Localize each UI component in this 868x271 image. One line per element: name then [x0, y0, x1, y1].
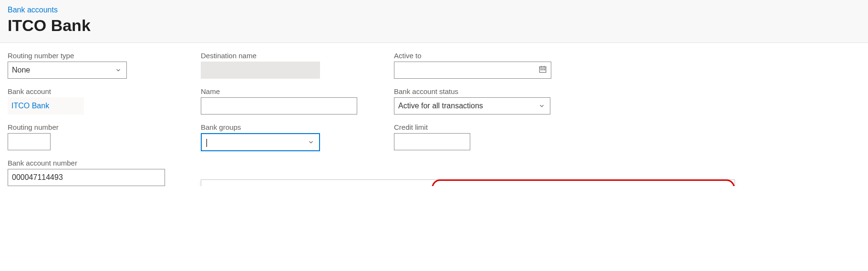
lookup-col-routing-number[interactable]: Routing number — [593, 186, 670, 187]
bank-account-status-select[interactable]: Active for all transactions — [394, 97, 550, 115]
bank-account-number-input[interactable] — [8, 169, 165, 186]
bank-account-number-label: Bank account number — [8, 159, 201, 167]
bank-account-status-value: Active for all transactions — [398, 102, 483, 110]
bank-groups-select[interactable]: | — [201, 133, 320, 151]
chevron-down-icon — [538, 103, 545, 109]
routing-number-input[interactable] — [8, 133, 51, 150]
destination-name-input — [201, 62, 320, 79]
lookup-header-row: Bank groups ↑ Name Branch name Routing n… — [201, 180, 734, 186]
breadcrumb[interactable]: Bank accounts — [8, 6, 860, 14]
bank-account-status-label: Bank account status — [394, 87, 587, 95]
credit-limit-label: Credit limit — [394, 123, 587, 131]
routing-number-label: Routing number — [8, 123, 201, 131]
routing-number-type-label: Routing number type — [8, 52, 201, 60]
calendar-icon[interactable] — [538, 65, 547, 75]
page-title: ITCO Bank — [8, 16, 860, 35]
lookup-col-branch-name[interactable]: Branch name — [436, 186, 593, 187]
svg-rect-6 — [544, 69, 545, 70]
sort-ascending-icon: ↑ — [251, 186, 254, 186]
lookup-col-bank-groups[interactable]: Bank groups — [208, 186, 248, 187]
lookup-col-name[interactable]: Name — [283, 186, 436, 187]
routing-number-type-select[interactable]: None — [8, 62, 127, 79]
lookup-col-city[interactable]: City — [670, 186, 728, 187]
active-to-label: Active to — [394, 52, 587, 60]
bank-account-label: Bank account — [8, 87, 201, 95]
svg-rect-5 — [542, 69, 543, 70]
name-input[interactable] — [201, 97, 357, 115]
bank-account-link[interactable]: ITCO Bank — [8, 97, 84, 115]
bank-groups-label: Bank groups — [201, 123, 394, 131]
destination-name-label: Destination name — [201, 52, 394, 60]
svg-rect-4 — [541, 69, 542, 70]
bank-groups-lookup-panel: Bank groups ↑ Name Branch name Routing n… — [201, 179, 735, 186]
credit-limit-input[interactable] — [394, 133, 470, 150]
chevron-down-icon — [308, 139, 314, 146]
chevron-down-icon — [115, 67, 122, 73]
routing-number-type-value: None — [12, 66, 30, 74]
name-label: Name — [201, 87, 394, 95]
text-cursor-icon: | — [206, 138, 208, 146]
active-to-input[interactable] — [394, 62, 551, 79]
